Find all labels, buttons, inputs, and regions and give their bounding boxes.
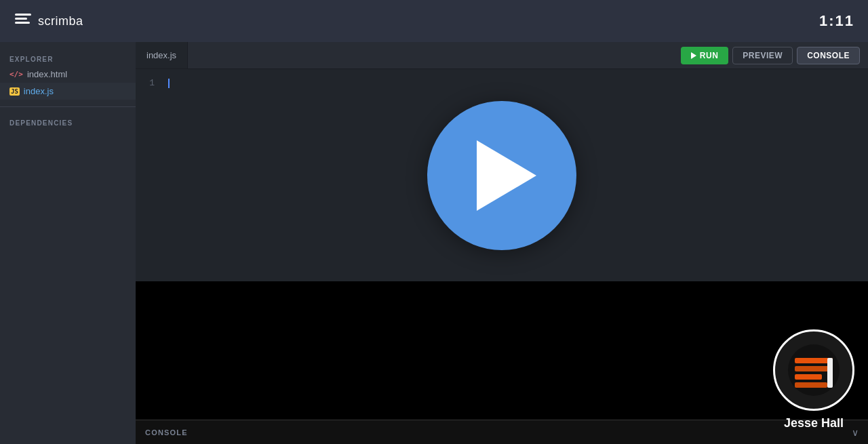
presenter-name: Jesse Hall: [784, 416, 844, 430]
html-file-name: index.html: [27, 69, 67, 79]
console-label: CONSOLE: [145, 428, 188, 437]
code-top-area: 1: [136, 69, 868, 281]
editor-tab-indexjs[interactable]: index.js: [136, 42, 188, 68]
svg-rect-2: [15, 22, 30, 24]
code-editor[interactable]: 1: [136, 69, 868, 98]
svg-rect-4: [795, 358, 833, 363]
svg-rect-6: [795, 374, 822, 380]
js-file-icon: JS: [9, 87, 20, 96]
logo-area[interactable]: scrimba: [14, 9, 83, 33]
dependencies-label: DEPENDENCIES: [0, 114, 136, 129]
editor-pane: index.js RUN PREVIEW CONSOLE 1: [136, 42, 868, 444]
explorer-label: EXPLORER: [0, 50, 136, 66]
presenter-avatar: [773, 329, 854, 411]
editor-header: index.js RUN PREVIEW CONSOLE: [136, 42, 868, 69]
preview-button[interactable]: PREVIEW: [732, 47, 793, 64]
line-number-1: 1: [144, 76, 155, 91]
file-item-js[interactable]: JS index.js: [0, 83, 136, 100]
svg-rect-5: [795, 366, 833, 371]
bottom-area: CONSOLE ∨: [136, 281, 868, 444]
sidebar-divider: [0, 106, 136, 107]
text-cursor: [168, 79, 170, 88]
play-overlay: [136, 69, 868, 281]
run-icon: [691, 52, 696, 59]
svg-rect-7: [795, 382, 827, 388]
run-button[interactable]: RUN: [681, 47, 729, 64]
logo-text: scrimba: [38, 14, 83, 28]
sidebar: EXPLORER </> index.html JS index.js DEPE…: [0, 42, 136, 444]
line-numbers: 1: [136, 76, 163, 91]
console-header[interactable]: CONSOLE ∨: [136, 420, 868, 444]
run-label: RUN: [700, 51, 719, 60]
file-item-html[interactable]: </> index.html: [0, 66, 136, 83]
presenter-card: Jesse Hall: [773, 329, 854, 430]
topbar: scrimba 1:11: [0, 0, 868, 42]
scrimba-logo-icon: [14, 9, 33, 33]
play-button[interactable]: [427, 101, 576, 250]
play-icon: [477, 140, 536, 211]
html-file-icon: </>: [9, 70, 23, 79]
main-layout: EXPLORER </> index.html JS index.js DEPE…: [0, 42, 868, 444]
timer-display: 1:11: [819, 12, 854, 30]
svg-rect-0: [15, 14, 31, 16]
js-file-name: index.js: [24, 86, 54, 96]
code-content[interactable]: [163, 76, 170, 91]
toolbar: RUN PREVIEW CONSOLE: [681, 47, 860, 64]
console-button[interactable]: CONSOLE: [797, 47, 860, 64]
svg-rect-8: [827, 358, 833, 388]
svg-rect-1: [15, 18, 27, 20]
